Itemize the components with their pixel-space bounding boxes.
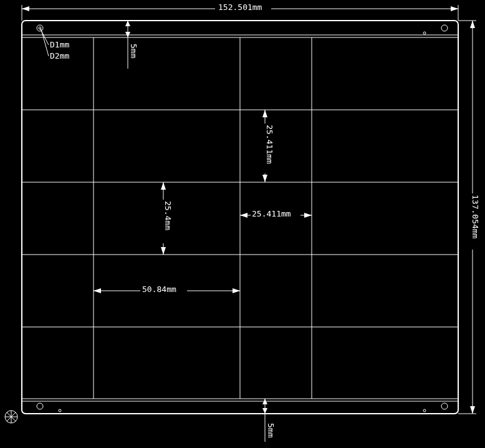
- svg-marker-29: [262, 175, 267, 182]
- label-d2: D2mm: [50, 51, 69, 61]
- dim-overall-height: 137.054mm: [458, 21, 480, 414]
- dim-overall-width: 152.501mm: [22, 2, 458, 21]
- dim-cell-h-50-84-text: 50.84mm: [142, 285, 176, 294]
- grid: [22, 37, 458, 399]
- dim-margin-top-text: 5mm: [129, 44, 138, 59]
- dot-top-right: [423, 32, 426, 34]
- svg-marker-32: [161, 182, 166, 190]
- dim-overall-width-text: 152.501mm: [218, 2, 262, 12]
- dim-cell-v-25-4-text: 25.4mm: [163, 201, 173, 230]
- dot-bottom-right: [423, 409, 426, 412]
- svg-marker-25: [262, 408, 267, 414]
- dim-cell-h-25-411: 25.411mm: [240, 208, 312, 218]
- svg-marker-33: [161, 247, 166, 255]
- hole-bottom-right: [441, 403, 448, 409]
- dim-margin-bottom: 5mm: [262, 399, 276, 442]
- svg-marker-36: [240, 213, 247, 218]
- dim-cell-h-50-84: 50.84mm: [94, 284, 240, 294]
- svg-marker-20: [125, 21, 130, 26]
- dim-cell-v-25-411: 25.411mm: [259, 110, 274, 182]
- svg-marker-37: [304, 213, 312, 218]
- dim-cell-h-25-411-text: 25.411mm: [252, 209, 291, 218]
- dim-cell-v-25-4: 25.4mm: [158, 182, 173, 255]
- dim-cell-v-25-411-text: 25.411mm: [265, 125, 274, 164]
- svg-marker-40: [94, 288, 101, 293]
- dim-overall-height-text: 137.054mm: [471, 195, 480, 239]
- svg-marker-16: [470, 21, 475, 28]
- dot-bottom-left: [59, 409, 61, 412]
- hole-bottom-left: [37, 403, 43, 409]
- dim-margin-top: 5mm: [125, 21, 138, 69]
- svg-marker-41: [233, 288, 240, 293]
- svg-marker-11: [451, 6, 458, 11]
- origin-marker: [5, 411, 17, 423]
- dim-margin-bottom-text: 5mm: [266, 423, 276, 438]
- hole-top-right: [441, 25, 448, 31]
- svg-marker-17: [470, 406, 475, 414]
- label-d1: D1mm: [50, 40, 69, 49]
- svg-marker-28: [262, 110, 267, 117]
- svg-marker-10: [22, 6, 29, 11]
